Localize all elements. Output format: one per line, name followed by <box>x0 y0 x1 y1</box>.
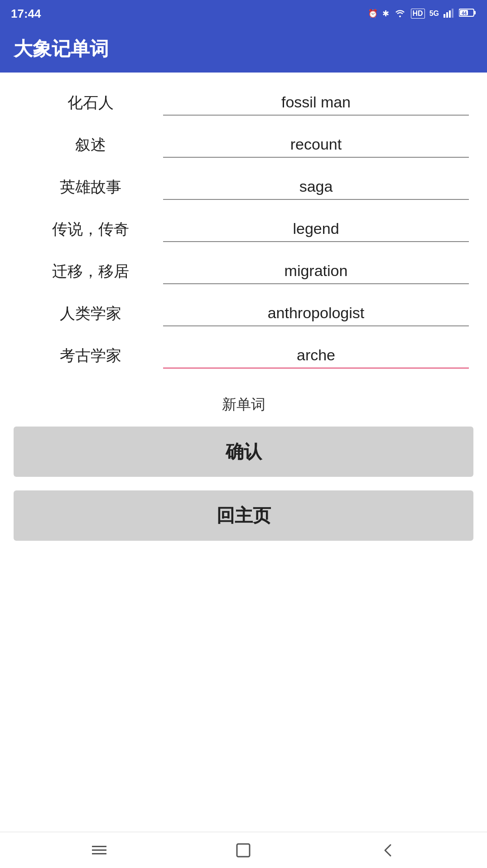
vocab-row: 迁移，移居 <box>14 250 473 292</box>
vocab-input-wrapper-2 <box>163 174 469 200</box>
vocab-input-3[interactable] <box>163 216 469 242</box>
vocab-input-wrapper-4 <box>163 258 469 284</box>
vocab-chinese-3: 传说，传奇 <box>18 219 163 240</box>
vocab-row: 化石人 <box>14 82 473 124</box>
signal-icon <box>444 8 454 20</box>
new-word-section: 新单词 确认 回主页 <box>14 395 473 541</box>
vocab-chinese-4: 迁移，移居 <box>18 261 163 282</box>
vocab-chinese-1: 叙述 <box>18 135 163 155</box>
buttons-section: 确认 回主页 <box>14 427 473 541</box>
menu-nav-button[interactable] <box>89 840 109 860</box>
vocab-input-wrapper-6 <box>163 343 469 369</box>
vocab-row: 人类学家 <box>14 292 473 335</box>
svg-text:44: 44 <box>462 11 467 16</box>
wifi-icon <box>394 8 406 20</box>
svg-rect-9 <box>92 849 106 851</box>
svg-rect-11 <box>237 844 250 857</box>
vocab-chinese-0: 化石人 <box>18 92 163 113</box>
svg-rect-2 <box>449 10 451 18</box>
vocab-row: 考古学家 <box>14 335 473 377</box>
vocab-input-wrapper-5 <box>163 301 469 326</box>
vocab-input-1[interactable] <box>163 132 469 158</box>
back-nav-button[interactable] <box>378 840 398 860</box>
app-header: 大象记单词 <box>0 27 487 73</box>
vocab-list: 化石人叙述英雄故事传说，传奇迁移，移居人类学家考古学家 <box>14 82 473 377</box>
vocab-chinese-2: 英雄故事 <box>18 177 163 198</box>
vocab-chinese-5: 人类学家 <box>18 303 163 324</box>
svg-rect-3 <box>452 9 453 18</box>
vocab-input-6[interactable] <box>163 343 469 369</box>
5g-icon: 5G <box>429 10 439 18</box>
vocab-row: 叙述 <box>14 124 473 166</box>
vocab-input-wrapper-3 <box>163 216 469 242</box>
app-title: 大象记单词 <box>14 38 109 59</box>
svg-rect-0 <box>444 14 445 18</box>
svg-rect-1 <box>446 12 448 18</box>
status-time: 17:44 <box>11 7 41 21</box>
hd-icon: HD <box>411 9 425 19</box>
new-word-label: 新单词 <box>222 395 265 415</box>
status-icons: ⏰ ✱ HD 5G <box>368 8 476 20</box>
main-content: 化石人叙述英雄故事传说，传奇迁移，移居人类学家考古学家 新单词 确认 回主页 <box>0 73 487 868</box>
svg-rect-5 <box>474 11 476 15</box>
vocab-input-wrapper-1 <box>163 132 469 158</box>
vocab-row: 英雄故事 <box>14 166 473 208</box>
confirm-button[interactable]: 确认 <box>14 427 473 477</box>
battery-icon: 44 <box>459 8 476 19</box>
vocab-chinese-6: 考古学家 <box>18 345 163 366</box>
vocab-input-5[interactable] <box>163 301 469 326</box>
vocab-input-wrapper-0 <box>163 90 469 116</box>
alarm-icon: ⏰ <box>368 9 378 19</box>
vocab-input-4[interactable] <box>163 258 469 284</box>
home-button[interactable]: 回主页 <box>14 490 473 541</box>
vocab-input-0[interactable] <box>163 90 469 116</box>
vocab-input-2[interactable] <box>163 174 469 200</box>
nav-bar <box>0 832 487 868</box>
svg-rect-8 <box>92 846 106 847</box>
svg-rect-10 <box>92 853 106 854</box>
vocab-row: 传说，传奇 <box>14 208 473 250</box>
status-bar: 17:44 ⏰ ✱ HD 5G <box>0 0 487 27</box>
bluetooth-icon: ✱ <box>382 9 389 19</box>
home-nav-button[interactable] <box>233 840 253 860</box>
